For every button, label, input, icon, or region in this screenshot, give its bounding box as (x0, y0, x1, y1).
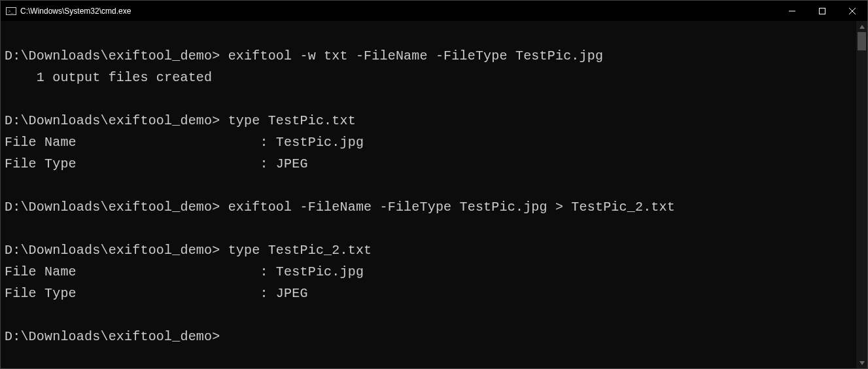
svg-rect-3 (820, 8, 825, 14)
cmd-icon: >_ (6, 6, 16, 16)
close-icon (849, 8, 856, 14)
svg-marker-7 (859, 361, 865, 365)
maximize-icon (819, 8, 825, 14)
chevron-down-icon (859, 361, 865, 365)
scroll-up-button[interactable] (856, 21, 867, 32)
cmd-window: >_ C:\Windows\System32\cmd.exe D:\Downlo… (0, 0, 868, 369)
maximize-button[interactable] (807, 1, 837, 21)
close-button[interactable] (837, 1, 867, 21)
svg-text:>_: >_ (8, 9, 14, 14)
titlebar[interactable]: >_ C:\Windows\System32\cmd.exe (1, 1, 867, 21)
minimize-button[interactable] (777, 1, 807, 21)
minimize-icon (789, 8, 795, 14)
scroll-down-button[interactable] (856, 357, 867, 368)
scroll-thumb[interactable] (858, 32, 866, 50)
client-area: D:\Downloads\exiftool_demo> exiftool -w … (1, 21, 867, 368)
chevron-up-icon (859, 25, 865, 29)
svg-marker-6 (859, 25, 865, 29)
vertical-scrollbar[interactable] (856, 21, 867, 368)
window-title: C:\Windows\System32\cmd.exe (20, 7, 131, 16)
terminal-output[interactable]: D:\Downloads\exiftool_demo> exiftool -w … (1, 21, 856, 368)
